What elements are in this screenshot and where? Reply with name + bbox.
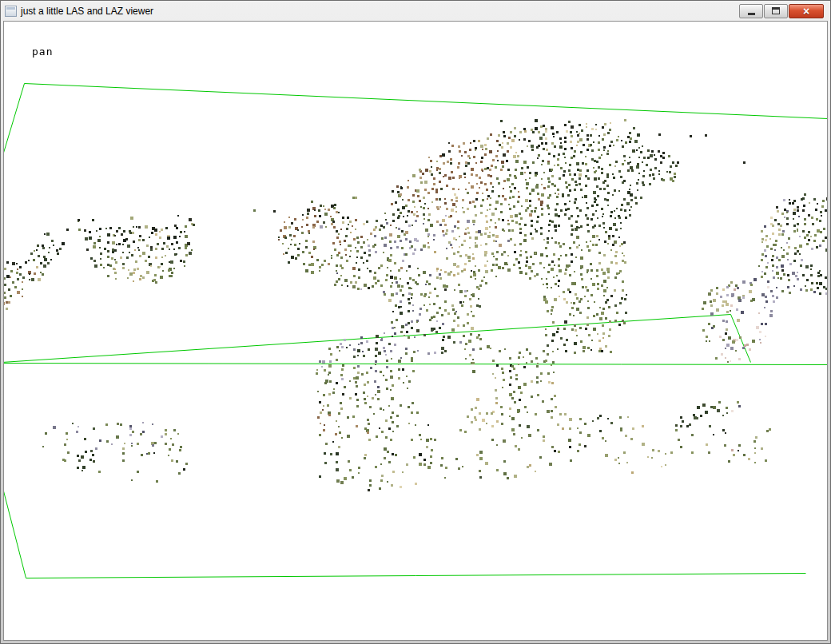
close-button[interactable]: ×: [789, 4, 824, 18]
window-title: just a little LAS and LAZ viewer: [21, 6, 153, 17]
window-controls: ×: [739, 4, 826, 18]
maximize-button[interactable]: [764, 4, 788, 18]
app-icon: [5, 6, 17, 17]
viewport[interactable]: pan: [3, 21, 828, 641]
minimize-icon: [748, 13, 755, 15]
point-cloud-canvas[interactable]: [4, 22, 827, 640]
app-window: just a little LAS and LAZ viewer × pan: [0, 0, 831, 644]
minimize-button[interactable]: [739, 4, 763, 18]
maximize-icon: [772, 7, 780, 14]
close-icon: ×: [803, 6, 809, 17]
titlebar[interactable]: just a little LAS and LAZ viewer ×: [3, 1, 828, 21]
